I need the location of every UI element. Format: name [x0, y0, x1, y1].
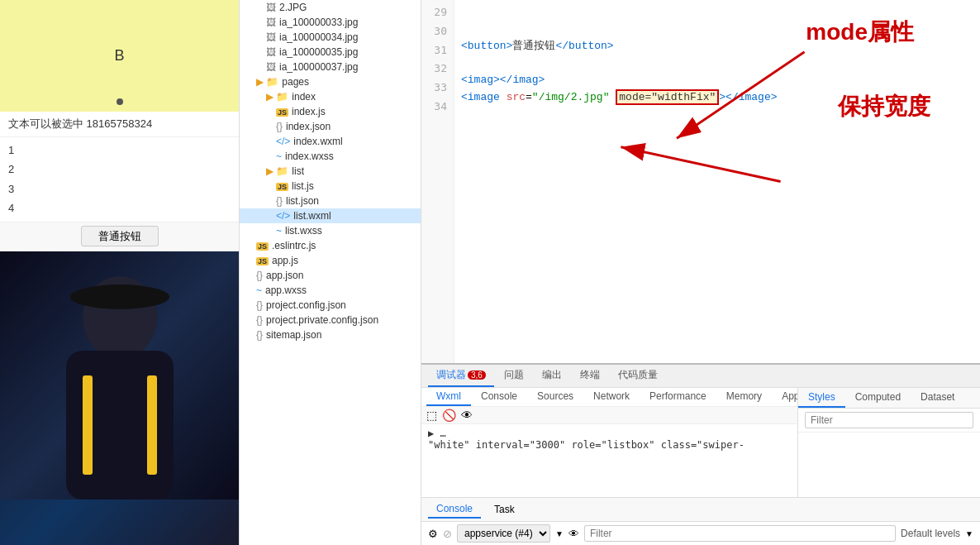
file-tree-panel[interactable]: 🖼2.JPG🖼ia_100000033.jpg🖼ia_100000034.jpg… — [240, 0, 421, 545]
styles-tab-Dataset[interactable]: Dataset — [911, 388, 964, 408]
line-number-29: 29 — [421, 3, 454, 22]
list-item: 3 — [8, 179, 231, 198]
console-gear-icon[interactable]: ⚙ — [428, 528, 438, 540]
svg-rect-2 — [66, 351, 174, 500]
console-level-arrow[interactable]: ▼ — [965, 529, 973, 538]
file-item-index-wxss[interactable]: ~index.wxss — [240, 149, 421, 164]
file-item-list-wxml[interactable]: </>list.wxml — [240, 208, 421, 223]
phone-preview-panel: B 文本可以被选中 18165758324 1 2 3 4 普通按钮 — [0, 0, 240, 545]
no-icon[interactable]: 🚫 — [442, 409, 456, 422]
devtools-xml-content: ▶ … "white" interval="3000" role="listbo… — [421, 424, 797, 454]
devtools-tab-编出[interactable]: 编出 — [534, 365, 570, 387]
devtools-panel: 调试器3,6问题编出终端代码质量 WxmlConsoleSourcesNetwo… — [421, 363, 980, 545]
devtools-tab-代码质量[interactable]: 代码质量 — [610, 365, 666, 387]
file-item-app-js[interactable]: JSapp.js — [240, 253, 421, 268]
phone-button-label: 普通按钮 — [81, 226, 159, 246]
right-panel: 293031323334 <button>普通按钮</button> <imag… — [421, 0, 980, 545]
file-item-list-js[interactable]: JSlist.js — [240, 179, 421, 194]
phone-yellow-top: B — [0, 0, 239, 112]
code-line-29 — [461, 3, 973, 21]
code-line-32 — [461, 55, 973, 72]
code-line-34: <image src="/img/2.jpg" mode="widthFix">… — [461, 89, 973, 107]
devtools-inner-tab-AppData[interactable]: AppData — [772, 388, 798, 406]
file-item-project-private.config.json[interactable]: {}project.private.config.json — [240, 313, 421, 327]
devtools-xml-panel: WxmlConsoleSourcesNetworkPerformanceMemo… — [421, 388, 798, 497]
devtools-inner-tab-Performance[interactable]: Performance — [640, 388, 716, 406]
list-item: 4 — [8, 198, 231, 218]
file-item-pages[interactable]: ▶ 📁pages — [240, 74, 421, 89]
line-number-32: 32 — [421, 60, 454, 79]
file-item-app-json[interactable]: {}app.json — [240, 268, 421, 283]
file-item-ia_100000033-jpg[interactable]: 🖼ia_100000033.jpg — [240, 15, 421, 30]
styles-tab-Computed[interactable]: Computed — [845, 388, 911, 408]
line-number-30: 30 — [421, 22, 454, 41]
styles-filter — [798, 409, 980, 433]
devtools-inner-tabs: WxmlConsoleSourcesNetworkPerformanceMemo… — [421, 388, 797, 407]
devtools-tab-调试器[interactable]: 调试器3,6 — [428, 365, 494, 387]
console-eye-icon[interactable]: 👁 — [568, 528, 579, 540]
cursor-icon[interactable]: ⬚ — [426, 409, 437, 422]
devtools-inner-tab-Console[interactable]: Console — [471, 388, 527, 406]
styles-filter-input[interactable] — [805, 412, 973, 428]
phone-selectable-text: 文本可以被选中 18165758324 — [0, 112, 239, 137]
console-dropdown-arrow: ▼ — [555, 529, 564, 538]
line-number-34: 34 — [421, 98, 454, 117]
code-content: <button>普通按钮</button> <imag></imag><imag… — [454, 0, 980, 363]
code-line-30 — [461, 21, 973, 38]
code-line-31: <button>普通按钮</button> — [461, 38, 973, 55]
devtools-inner-tab-Wxml[interactable]: Wxml — [426, 388, 471, 406]
file-item-sitemap-json[interactable]: {}sitemap.json — [240, 327, 421, 342]
xml-content-line: ▶ … — [428, 428, 791, 439]
phone-button-area: 普通按钮 — [0, 222, 239, 251]
file-item-index-js[interactable]: JSindex.js — [240, 104, 421, 119]
styles-tab-Styles[interactable]: Styles — [798, 388, 845, 408]
devtools-inner-tab-Sources[interactable]: Sources — [527, 388, 583, 406]
phone-list: 1 2 3 4 — [0, 137, 239, 222]
file-item-app-wxss[interactable]: ~app.wxss — [240, 283, 421, 298]
file-item-project-config.json[interactable]: {}project.config.json — [240, 298, 421, 313]
devtools-tabs-bar: 调试器3,6问题编出终端代码质量 — [421, 365, 980, 388]
code-line-numbers: 293031323334 — [421, 0, 454, 363]
console-level-label: Default levels — [901, 528, 960, 539]
file-item-index-json[interactable]: {}index.json — [240, 119, 421, 134]
devtools-inner-tab-Memory[interactable]: Memory — [716, 388, 772, 406]
devtools-body: WxmlConsoleSourcesNetworkPerformanceMemo… — [421, 388, 980, 497]
console-input-row: ⚙ ⊘ appservice (#4) ▼ 👁 Default levels ▼ — [421, 521, 980, 545]
file-item--eslintrc.js[interactable]: JS.eslintrc.js — [240, 238, 421, 253]
code-area: 293031323334 <button>普通按钮</button> <imag… — [421, 0, 980, 363]
file-item-ia_100000037-jpg[interactable]: 🖼ia_100000037.jpg — [240, 60, 421, 74]
console-bar: ConsoleTask — [421, 497, 980, 521]
file-item-list-wxss[interactable]: ~list.wxss — [240, 223, 421, 238]
phone-image-svg — [0, 251, 239, 500]
devtools-xml-toolbar: ⬚ 🚫 👁 — [421, 407, 797, 424]
phone-image — [0, 251, 239, 545]
code-line-33: <imag></imag> — [461, 72, 973, 89]
list-item: 2 — [8, 160, 231, 179]
file-item-2-JPG[interactable]: 🖼2.JPG — [240, 0, 421, 15]
svg-point-3 — [70, 284, 169, 309]
devtools-inner-tab-Network[interactable]: Network — [583, 388, 640, 406]
console-tab-Console[interactable]: Console — [428, 500, 481, 519]
file-item-ia_100000035-jpg[interactable]: 🖼ia_100000035.jpg — [240, 45, 421, 60]
console-tab-Task[interactable]: Task — [486, 501, 523, 518]
eye-icon[interactable]: 👁 — [461, 409, 473, 422]
list-item: 1 — [8, 141, 231, 160]
devtools-tab-终端[interactable]: 终端 — [572, 365, 608, 387]
devtools-styles-panel: StylesComputedDataset — [798, 388, 980, 497]
line-number-31: 31 — [421, 41, 454, 60]
file-item-list[interactable]: ▶ 📁list — [240, 164, 421, 179]
file-item-index[interactable]: ▶ 📁index — [240, 89, 421, 104]
file-item-index-wxml[interactable]: </>index.wxml — [240, 134, 421, 149]
line-number-33: 33 — [421, 79, 454, 98]
devtools-tab-问题[interactable]: 问题 — [496, 365, 532, 387]
phone-dot — [117, 98, 123, 105]
console-service-dropdown[interactable]: appservice (#4) — [457, 524, 550, 543]
file-item-ia_100000034-jpg[interactable]: 🖼ia_100000034.jpg — [240, 30, 421, 45]
svg-rect-4 — [83, 375, 93, 475]
console-block-icon[interactable]: ⊘ — [443, 528, 452, 540]
phone-top-b-label: B — [114, 47, 124, 65]
styles-tabs: StylesComputedDataset — [798, 388, 980, 409]
svg-rect-5 — [147, 375, 157, 475]
file-item-list-json[interactable]: {}list.json — [240, 194, 421, 208]
console-filter-input[interactable] — [584, 525, 896, 542]
